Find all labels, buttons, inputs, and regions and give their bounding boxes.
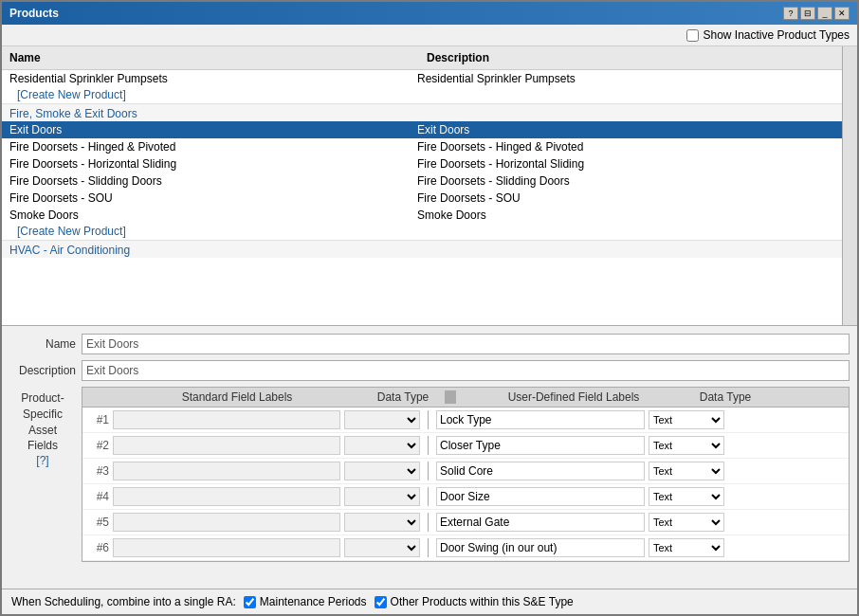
fields-table-header: Standard Field Labels Data Type User-Def… xyxy=(82,388,849,408)
field-row-3: #3 TextNumberDateYes/No TextNumberDateYe… xyxy=(82,459,849,484)
create-new-item[interactable]: [Create New Product] xyxy=(2,87,857,103)
item-desc: Fire Doorsets - Slidding Doors xyxy=(417,174,850,188)
category-header: Fire, Smoke & Exit Doors xyxy=(2,103,857,121)
restore-button[interactable]: ⊟ xyxy=(800,7,815,20)
maintenance-checkbox[interactable] xyxy=(244,596,256,608)
user-field-4[interactable] xyxy=(436,487,645,506)
std-field-1[interactable] xyxy=(113,410,340,429)
category-header: HVAC - Air Conditioning xyxy=(2,240,857,258)
list-body: Residential Sprinkler Pumpsets Residenti… xyxy=(2,70,857,325)
std-field-5[interactable] xyxy=(113,513,340,532)
field-num-5: #5 xyxy=(88,516,109,529)
list-item[interactable]: Fire Doorsets - SOU Fire Doorsets - SOU xyxy=(2,190,857,207)
category-label: HVAC - Air Conditioning xyxy=(9,244,417,257)
user-field-2[interactable] xyxy=(436,436,645,455)
list-item[interactable]: Fire Doorsets - Hinged & Pivoted Fire Do… xyxy=(2,138,857,155)
name-label: Name xyxy=(9,337,76,351)
fields-label-col: Product-SpecificAssetFields [?] xyxy=(9,387,76,467)
item-desc: Fire Doorsets - Horizontal Sliding xyxy=(417,157,850,171)
list-item[interactable]: Exit Doors Exit Doors xyxy=(2,121,857,138)
user-type-5[interactable]: TextNumberDateYes/No xyxy=(649,513,724,532)
fields-table: Standard Field Labels Data Type User-Def… xyxy=(82,387,850,562)
title-bar-buttons: ? ⊟ _ ✕ xyxy=(783,7,850,20)
show-inactive-label[interactable]: Show Inactive Product Types xyxy=(686,28,850,42)
std-type-6[interactable]: TextNumberDateYes/No xyxy=(344,538,420,557)
window-title: Products xyxy=(9,7,59,20)
other-products-checkbox[interactable] xyxy=(375,596,387,608)
item-desc: Fire Doorsets - SOU xyxy=(417,191,850,205)
field-row-4: #4 TextNumberDateYes/No TextNumberDateYe… xyxy=(82,484,849,510)
user-type-2[interactable]: TextNumberDateYes/No xyxy=(649,436,724,455)
type1-col-header: Data Type xyxy=(365,390,441,404)
std-type-1[interactable]: TextNumberDateYes/No xyxy=(344,410,420,429)
item-desc: Fire Doorsets - Hinged & Pivoted xyxy=(417,140,850,154)
create-new-item[interactable]: [Create New Product] xyxy=(2,224,857,240)
minimize-button[interactable]: _ xyxy=(817,7,832,20)
std-field-3[interactable] xyxy=(113,462,340,480)
user-type-3[interactable]: TextNumberDateYes/No xyxy=(649,462,724,480)
scrollbar[interactable] xyxy=(842,46,857,325)
other-products-label: Other Products within this S&E Type xyxy=(391,595,574,608)
fields-label: Product-SpecificAssetFields xyxy=(9,390,76,454)
category-label: Fire, Smoke & Exit Doors xyxy=(9,107,417,120)
user-type-6[interactable]: TextNumberDateYes/No xyxy=(649,538,724,557)
user-field-3[interactable] xyxy=(436,462,645,480)
maintenance-check-label[interactable]: Maintenance Periods xyxy=(244,595,367,608)
user-type-4[interactable]: TextNumberDateYes/No xyxy=(649,487,724,506)
std-type-4[interactable]: TextNumberDateYes/No xyxy=(344,487,420,506)
fields-help-link[interactable]: [?] xyxy=(9,454,76,467)
list-header: Name Description xyxy=(2,46,857,70)
user-field-5[interactable] xyxy=(436,513,645,532)
list-item[interactable]: Residential Sprinkler Pumpsets Residenti… xyxy=(2,70,857,87)
name-column-header: Name xyxy=(2,49,419,66)
std-type-5[interactable]: TextNumberDateYes/No xyxy=(344,513,420,532)
list-item[interactable]: Smoke Doors Smoke Doors xyxy=(2,207,857,224)
field-row-6: #6 TextNumberDateYes/No TextNumberDateYe… xyxy=(82,535,849,561)
std-field-2[interactable] xyxy=(113,436,340,455)
desc-column-header: Description xyxy=(419,49,857,66)
desc-input[interactable] xyxy=(82,360,850,381)
fields-section: Product-SpecificAssetFields [?] Standard… xyxy=(9,387,850,581)
std-field-4[interactable] xyxy=(113,487,340,506)
type2-col-header: Data Type xyxy=(687,390,763,404)
std-field-6[interactable] xyxy=(113,538,340,557)
title-bar: Products ? ⊟ _ ✕ xyxy=(2,2,857,25)
item-name: Fire Doorsets - SOU xyxy=(9,191,417,205)
list-item[interactable]: Fire Doorsets - Horizontal Sliding Fire … xyxy=(2,155,857,172)
field-num-4: #4 xyxy=(88,490,109,503)
desc-row: Description xyxy=(9,360,850,381)
list-item[interactable]: Fire Doorsets - Slidding Doors Fire Door… xyxy=(2,172,857,190)
other-products-check-label[interactable]: Other Products within this S&E Type xyxy=(375,595,574,608)
item-name: Fire Doorsets - Horizontal Sliding xyxy=(9,157,417,171)
show-inactive-checkbox[interactable] xyxy=(686,29,699,42)
user-type-1[interactable]: TextNumberDateYes/No xyxy=(649,410,724,429)
item-name: Exit Doors xyxy=(9,123,417,136)
help-button[interactable]: ? xyxy=(783,7,798,20)
name-row: Name xyxy=(9,334,850,354)
user-field-1[interactable] xyxy=(436,410,645,429)
item-name: Fire Doorsets - Hinged & Pivoted xyxy=(9,140,417,154)
bottom-bar: When Scheduling, combine into a single R… xyxy=(2,589,857,614)
maintenance-label: Maintenance Periods xyxy=(260,595,367,608)
item-desc: Smoke Doors xyxy=(417,208,850,222)
form-panel: Name Description Product-SpecificAssetFi… xyxy=(2,326,857,589)
item-name: Smoke Doors xyxy=(9,208,417,222)
user-col-header: User-Defined Field Labels xyxy=(460,390,687,404)
item-desc: Residential Sprinkler Pumpsets xyxy=(417,72,850,85)
item-name: Residential Sprinkler Pumpsets xyxy=(9,72,417,85)
field-num-6: #6 xyxy=(88,541,109,554)
field-num-1: #1 xyxy=(88,413,109,426)
item-name: Fire Doorsets - Slidding Doors xyxy=(9,174,417,188)
name-input[interactable] xyxy=(82,334,850,354)
field-num-2: #2 xyxy=(88,439,109,452)
list-panel: Name Description Residential Sprinkler P… xyxy=(2,46,857,326)
user-field-6[interactable] xyxy=(436,538,645,557)
std-type-2[interactable]: TextNumberDateYes/No xyxy=(344,436,420,455)
std-type-3[interactable]: TextNumberDateYes/No xyxy=(344,462,420,480)
close-button[interactable]: ✕ xyxy=(834,7,850,20)
field-num-3: #3 xyxy=(88,464,109,478)
combine-label: When Scheduling, combine into a single R… xyxy=(11,595,236,608)
toolbar: Show Inactive Product Types xyxy=(2,25,857,46)
field-row-5: #5 TextNumberDateYes/No TextNumberDateYe… xyxy=(82,510,849,535)
std-col-header: Standard Field Labels xyxy=(109,390,365,404)
